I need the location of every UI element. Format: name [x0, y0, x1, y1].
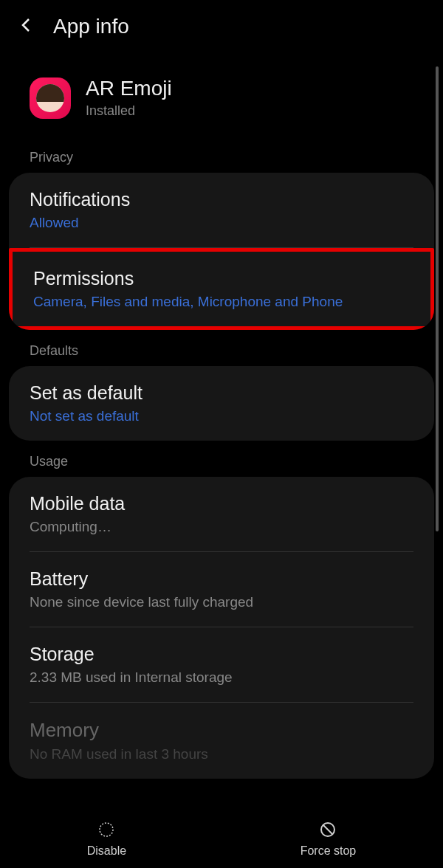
- notifications-value: Allowed: [30, 215, 413, 231]
- storage-row[interactable]: Storage 2.33 MB used in Internal storage: [9, 627, 434, 702]
- storage-title: Storage: [30, 644, 413, 665]
- set-as-default-row[interactable]: Set as default Not set as default: [9, 366, 434, 441]
- permissions-row[interactable]: Permissions Camera, Files and media, Mic…: [9, 248, 434, 330]
- notifications-row[interactable]: Notifications Allowed: [9, 173, 434, 247]
- mobile-data-value: Computing…: [30, 519, 413, 535]
- mobile-data-title: Mobile data: [30, 493, 413, 514]
- privacy-card: Notifications Allowed Permissions Camera…: [9, 173, 434, 330]
- app-name: AR Emoji: [86, 77, 172, 100]
- permissions-value: Camera, Files and media, Microphone and …: [33, 294, 410, 310]
- force-stop-icon: [319, 821, 337, 841]
- force-stop-button[interactable]: Force stop: [301, 821, 357, 858]
- battery-title: Battery: [30, 568, 413, 590]
- app-status: Installed: [86, 103, 172, 119]
- memory-title: Memory: [30, 719, 413, 742]
- back-icon[interactable]: [18, 16, 35, 37]
- page-title: App info: [53, 15, 129, 38]
- svg-line-2: [323, 825, 332, 834]
- usage-card: Mobile data Computing… Battery None sinc…: [9, 477, 434, 779]
- storage-value: 2.33 MB used in Internal storage: [30, 669, 413, 686]
- defaults-card: Set as default Not set as default: [9, 366, 434, 441]
- memory-row[interactable]: Memory No RAM used in last 3 hours: [9, 703, 434, 779]
- scrollbar[interactable]: [436, 66, 439, 531]
- disable-button[interactable]: Disable: [87, 821, 126, 858]
- memory-value: No RAM used in last 3 hours: [30, 746, 413, 762]
- set-as-default-value: Not set as default: [30, 408, 413, 424]
- section-header-privacy: Privacy: [0, 137, 443, 173]
- battery-row[interactable]: Battery None since device last fully cha…: [9, 552, 434, 627]
- mobile-data-row[interactable]: Mobile data Computing…: [9, 477, 434, 551]
- app-header: AR Emoji Installed: [0, 53, 443, 137]
- svg-point-0: [100, 823, 113, 836]
- notifications-title: Notifications: [30, 189, 413, 210]
- permissions-title: Permissions: [33, 268, 410, 289]
- section-header-defaults: Defaults: [0, 330, 443, 366]
- set-as-default-title: Set as default: [30, 382, 413, 404]
- bottom-bar: Disable Force stop: [0, 810, 443, 868]
- disable-icon: [97, 821, 115, 841]
- battery-value: None since device last fully charged: [30, 594, 413, 610]
- app-icon: [30, 78, 71, 119]
- header: App info: [0, 0, 443, 53]
- force-stop-label: Force stop: [301, 844, 357, 858]
- fade-overlay: [0, 781, 443, 810]
- disable-label: Disable: [87, 844, 126, 858]
- section-header-usage: Usage: [0, 441, 443, 477]
